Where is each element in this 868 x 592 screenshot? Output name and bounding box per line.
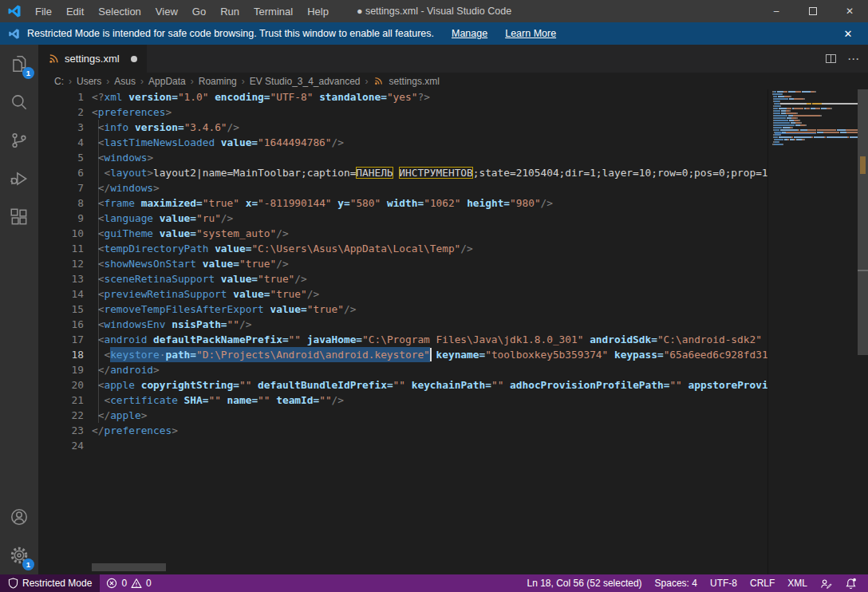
eol-status[interactable]: CRLF <box>744 574 781 592</box>
menu-file[interactable]: File <box>28 0 59 22</box>
line-number[interactable]: 2 <box>38 105 84 120</box>
code-line[interactable]: 16 <windowsEnv nsisPath=""/> <box>38 317 767 332</box>
line-number[interactable]: 23 <box>38 423 84 438</box>
code-line[interactable]: 12 <showNewsOnStart value="true"/> <box>38 256 767 271</box>
sidebar-item-explorer[interactable]: 1 <box>0 45 38 83</box>
line-number[interactable]: 4 <box>38 135 84 150</box>
line-number[interactable]: 8 <box>38 195 84 211</box>
manage-link[interactable]: Manage <box>452 28 487 39</box>
breadcrumb-item[interactable]: settings.xml <box>388 76 441 87</box>
banner-close-icon[interactable]: ✕ <box>840 22 856 45</box>
code-line[interactable]: 8 <frame maximized="true" x="-811990144"… <box>38 195 767 211</box>
horizontal-scrollbar-slider[interactable] <box>92 563 166 571</box>
code-line[interactable]: 9 <language value="ru"/> <box>38 211 767 226</box>
minimap[interactable] <box>767 89 858 574</box>
language-mode-status[interactable]: XML <box>781 574 814 592</box>
shield-icon <box>8 578 18 589</box>
tab-settings-xml[interactable]: settings.xml <box>38 45 147 73</box>
feedback-button[interactable] <box>814 574 838 592</box>
code-line[interactable]: 21 <certificate SHA="" name="" teamId=""… <box>38 393 767 408</box>
code-line[interactable]: 2<preferences> <box>38 105 767 120</box>
close-window-button[interactable]: ✕ <box>831 0 868 22</box>
vertical-scrollbar[interactable] <box>858 89 868 574</box>
line-content: <frame maximized="true" x="-811990144" y… <box>84 195 767 211</box>
encoding-status[interactable]: UTF-8 <box>704 574 744 592</box>
split-editor-icon[interactable] <box>824 52 838 65</box>
line-number[interactable]: 10 <box>38 226 84 241</box>
line-number[interactable]: 12 <box>38 256 84 271</box>
menu-terminal[interactable]: Terminal <box>247 0 300 22</box>
maximize-button[interactable] <box>795 0 831 22</box>
code-line[interactable]: 7 </windows> <box>38 180 767 195</box>
breadcrumb-item[interactable]: Asus <box>112 76 137 87</box>
breadcrumb-item[interactable]: C: <box>53 76 65 87</box>
line-number[interactable]: 7 <box>38 180 84 195</box>
notifications-button[interactable] <box>838 574 863 592</box>
vertical-scrollbar-slider[interactable] <box>858 89 868 355</box>
code-line[interactable]: 11 <tempDirectoryPath value="C:\Users\As… <box>38 241 767 256</box>
breadcrumb-item[interactable]: AppData <box>147 76 187 87</box>
code-line[interactable]: 5 <windows> <box>38 150 767 165</box>
line-number[interactable]: 6 <box>38 165 84 180</box>
minimap-line <box>772 122 802 124</box>
problems-status[interactable]: 0 0 <box>100 574 157 592</box>
line-number[interactable]: 17 <box>38 332 84 347</box>
manage-gear-button[interactable]: 1 <box>0 536 38 574</box>
menu-selection[interactable]: Selection <box>91 0 148 22</box>
code-line[interactable]: 1<?xml version="1.0" encoding="UTF-8" st… <box>38 89 767 105</box>
line-number[interactable]: 22 <box>38 408 84 423</box>
code-line[interactable]: 24 <box>38 438 767 453</box>
line-number[interactable]: 3 <box>38 120 84 135</box>
menu-go[interactable]: Go <box>185 0 213 22</box>
breadcrumb-item[interactable]: Roaming <box>197 76 239 87</box>
line-number[interactable]: 18 <box>38 347 84 362</box>
indentation-status[interactable]: Spaces: 4 <box>649 574 704 592</box>
code-line[interactable]: 23</preferences> <box>38 423 767 438</box>
code-line[interactable]: 17 <android defaultPackNamePrefix="" jav… <box>38 332 767 347</box>
menu-run[interactable]: Run <box>213 0 247 22</box>
code-line[interactable]: 20 <apple copyrightString="" defaultBund… <box>38 377 767 393</box>
line-number[interactable]: 14 <box>38 286 84 302</box>
minimap-line <box>772 136 858 138</box>
code-line[interactable]: 18· <keystore path="D:\Projects\Android\… <box>38 347 767 362</box>
sidebar-item-search[interactable] <box>0 83 38 121</box>
code-line[interactable]: 6 <layout>layout2|name=MainToolbar;capti… <box>38 165 767 180</box>
line-number[interactable]: 1 <box>38 89 84 105</box>
line-number[interactable]: 21 <box>38 393 84 408</box>
code-line[interactable]: 14 <previewRetinaSupport value="true"/> <box>38 286 767 302</box>
sidebar-item-extensions[interactable] <box>0 198 38 236</box>
line-number[interactable]: 5 <box>38 150 84 165</box>
line-number[interactable]: 16 <box>38 317 84 332</box>
line-number[interactable]: 15 <box>38 302 84 317</box>
code-line[interactable]: 13 <sceneRetinaSupport value="true"/> <box>38 271 767 286</box>
restricted-mode-status[interactable]: Restricted Mode <box>0 574 100 592</box>
code-line[interactable]: 3 <info version="3.4.6"/> <box>38 120 767 135</box>
accounts-button[interactable] <box>0 498 38 536</box>
code-line[interactable]: 22 </apple> <box>38 408 767 423</box>
menu-view[interactable]: View <box>148 0 185 22</box>
sidebar-item-run-debug[interactable] <box>0 160 38 198</box>
code-line[interactable]: 15 <removeTempFilesAfterExport value="tr… <box>38 302 767 317</box>
learn-more-link[interactable]: Learn More <box>505 28 556 39</box>
menu-edit[interactable]: Edit <box>59 0 91 22</box>
code-line[interactable]: 19 </android> <box>38 362 767 377</box>
more-actions-icon[interactable]: ⋯ <box>847 52 860 66</box>
menu-help[interactable]: Help <box>300 0 336 22</box>
dirty-dot-icon[interactable] <box>131 56 137 62</box>
breadcrumb-item[interactable]: EV Studio_3_4_advanced <box>248 76 362 87</box>
line-number[interactable]: 9 <box>38 211 84 226</box>
minimize-button[interactable]: – <box>758 0 795 22</box>
code-area[interactable]: 1<?xml version="1.0" encoding="UTF-8" st… <box>38 89 767 574</box>
line-number[interactable]: 13 <box>38 271 84 286</box>
line-number[interactable]: 11 <box>38 241 84 256</box>
code-line[interactable]: 4 <lastTimeNewsLoaded value="1644494786"… <box>38 135 767 150</box>
line-number[interactable]: 20 <box>38 377 84 393</box>
line-number[interactable]: 24 <box>38 438 84 453</box>
editor[interactable]: 1<?xml version="1.0" encoding="UTF-8" st… <box>38 89 868 574</box>
code-line[interactable]: 10 <guiTheme value="system_auto"/> <box>38 226 767 241</box>
cursor-position-status[interactable]: Ln 18, Col 56 (52 selected) <box>521 574 649 592</box>
minimap-line <box>772 117 798 119</box>
line-number[interactable]: 19 <box>38 362 84 377</box>
sidebar-item-source-control[interactable] <box>0 121 38 160</box>
breadcrumb-item[interactable]: Users <box>75 76 103 87</box>
